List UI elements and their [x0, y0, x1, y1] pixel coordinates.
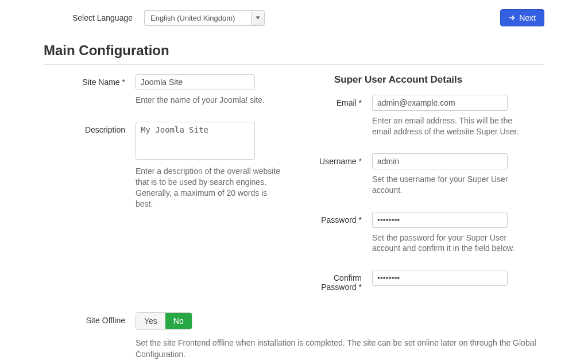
description-help: Enter a description of the overall websi…	[136, 166, 283, 210]
language-select-value: English (United Kingdom)	[144, 10, 251, 26]
email-label: Email *	[305, 95, 372, 107]
password-label: Password *	[305, 212, 372, 224]
site-offline-help: Set the site Frontend offline when insta…	[136, 338, 537, 360]
site-name-label: Site Name *	[44, 74, 136, 87]
site-offline-no[interactable]: No	[165, 313, 192, 329]
language-select[interactable]: English (United Kingdom)	[144, 10, 265, 26]
confirm-password-input[interactable]	[372, 270, 508, 286]
page-title: Main Configuration	[44, 42, 544, 59]
site-offline-yes[interactable]: Yes	[136, 313, 165, 329]
next-button-top-label: Next	[519, 13, 536, 22]
site-offline-toggle[interactable]: Yes No	[136, 312, 192, 330]
site-name-input[interactable]	[136, 74, 255, 90]
site-name-help: Enter the name of your Joomla! site.	[136, 95, 283, 106]
username-help: Set the username for your Super User acc…	[372, 174, 533, 196]
next-button-top[interactable]: Next	[500, 9, 544, 26]
password-help: Set the password for your Super User acc…	[372, 233, 533, 254]
password-input[interactable]	[372, 212, 508, 228]
select-language-label: Select Language	[44, 13, 133, 22]
separator	[44, 64, 544, 65]
super-user-heading: Super User Account Details	[334, 74, 544, 86]
description-input[interactable]	[136, 122, 255, 160]
username-input[interactable]	[372, 153, 508, 169]
email-input[interactable]	[372, 95, 508, 111]
username-label: Username *	[305, 153, 372, 166]
site-offline-label: Site Offline	[44, 312, 136, 325]
description-label: Description	[44, 122, 136, 134]
confirm-password-label: Confirm Password *	[305, 270, 372, 292]
chevron-down-icon	[251, 10, 265, 26]
email-help: Enter an email address. This will be the…	[372, 115, 533, 137]
arrow-right-icon	[509, 14, 516, 21]
